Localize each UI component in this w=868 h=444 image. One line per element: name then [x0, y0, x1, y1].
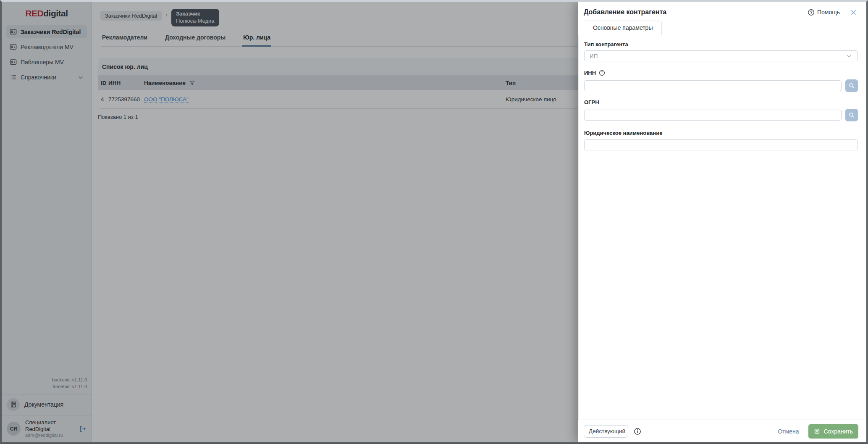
info-icon[interactable] [599, 70, 605, 76]
question-circle-icon [808, 9, 815, 16]
status-select[interactable]: Действующий [584, 425, 628, 438]
drawer-tabbar: Основные параметры [578, 21, 866, 35]
counterparty-type-select[interactable]: ИП [584, 50, 858, 61]
inn-input[interactable] [584, 80, 842, 91]
chevron-down-icon [846, 53, 852, 59]
drawer-footer: Действующий Отмена Сохранить [578, 420, 866, 442]
app-window: REDdigital Заказчики RedDigital Рекламод… [0, 0, 868, 444]
search-icon [848, 112, 855, 118]
add-counterparty-drawer: Добавление контрагента Помощь Основные п… [578, 2, 866, 442]
save-icon [814, 428, 820, 434]
info-icon[interactable] [634, 428, 641, 435]
search-icon [848, 82, 855, 89]
legal-name-input[interactable] [584, 139, 858, 150]
close-button[interactable] [850, 9, 857, 16]
ogrn-label: ОГРН [584, 99, 858, 105]
tab-osnovnye-parametry[interactable]: Основные параметры [584, 21, 662, 35]
inn-label-row: ИНН [584, 70, 858, 76]
drawer-form: Тип контрагента ИП ИНН ОГРН [578, 35, 866, 420]
legal-name-label: Юридическое наименование [584, 130, 858, 136]
save-button[interactable]: Сохранить [808, 424, 858, 439]
ogrn-input[interactable] [584, 110, 842, 121]
drawer-title: Добавление контрагента [584, 8, 808, 16]
counterparty-type-value: ИП [590, 53, 598, 59]
help-button[interactable]: Помощь [808, 9, 840, 16]
help-label: Помощь [817, 9, 840, 16]
ogrn-search-button[interactable] [845, 109, 858, 121]
inn-search-button[interactable] [845, 79, 858, 92]
cancel-button[interactable]: Отмена [778, 428, 799, 435]
status-value: Действующий [589, 428, 625, 434]
legal-name-input-row [584, 139, 858, 150]
inn-label: ИНН [584, 70, 596, 76]
save-button-label: Сохранить [823, 428, 853, 435]
drawer-header: Добавление контрагента Помощь [578, 2, 866, 21]
inn-input-row [584, 79, 858, 92]
close-icon [850, 9, 857, 16]
modal-backdrop [2, 2, 578, 442]
ogrn-input-row [584, 109, 858, 121]
type-label: Тип контрагента [584, 41, 858, 47]
